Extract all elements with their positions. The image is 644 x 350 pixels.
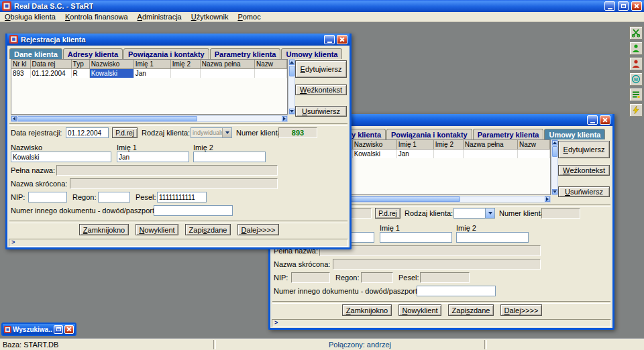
cell-nazw[interactable]	[254, 69, 286, 78]
imie1-field[interactable]	[380, 232, 452, 243]
column-header-nazwa-pelna[interactable]: Nazwa pełna	[200, 60, 254, 69]
column-header-imie1[interactable]: Imię 1	[133, 60, 170, 69]
menu-kontrola-finansowa[interactable]: Kontrola finansowa	[60, 12, 133, 21]
cell-nazwisko-selected[interactable]: Kowalski	[89, 69, 133, 78]
numer-dokumentu-field[interactable]	[417, 286, 496, 296]
regon-field[interactable]	[98, 192, 130, 202]
cell-nazw[interactable]	[517, 150, 549, 159]
main-titlebar[interactable]: Real Data S.C. - STaRT	[0, 0, 644, 12]
column-header-imie1[interactable]: Imię 1	[396, 140, 433, 150]
cell-imie1[interactable]: Jan	[133, 69, 170, 78]
cell-typ[interactable]: R	[71, 69, 89, 78]
data-rejestracji-field[interactable]	[66, 127, 109, 138]
tab-umowy-klienta[interactable]: Umowy klienta	[281, 48, 342, 59]
cell-imie2[interactable]	[433, 150, 463, 159]
cell-data-rej[interactable]: 01.12.2004	[30, 69, 71, 78]
nazwisko-field[interactable]	[11, 152, 111, 162]
column-header-nazwisko[interactable]: Nazwisko	[89, 60, 133, 69]
column-header-imie2[interactable]: Imię 2	[170, 60, 200, 69]
tab-powiazania-i-kontakty[interactable]: Powiązania i kontakty	[123, 48, 209, 59]
menu-obsluga-klienta[interactable]: Obsługa klienta	[0, 12, 60, 21]
info-tool-button[interactable]: M	[629, 72, 643, 86]
window-titlebar[interactable]: Rejestracja klienta	[7, 34, 350, 46]
scroll-up-arrow[interactable]	[289, 60, 294, 65]
chevron-down-icon[interactable]	[485, 209, 494, 218]
cell-imie1[interactable]: Jan	[396, 150, 433, 159]
scroll-right-arrow[interactable]	[545, 196, 550, 202]
scroll-left-arrow[interactable]	[11, 116, 17, 121]
scroll-right-arrow[interactable]	[282, 116, 287, 121]
imie1-field[interactable]	[117, 152, 189, 162]
tab-parametry-klienta[interactable]: Parametry klienta	[210, 48, 281, 59]
grid-row[interactable]: 893 01.12.2004 R Kowalski Jan	[11, 69, 287, 78]
close-button[interactable]	[64, 325, 74, 334]
tab-powiazania-i-kontakty[interactable]: Powiązania i kontakty	[386, 129, 472, 139]
vertical-scrollbar[interactable]	[551, 139, 558, 195]
vertical-scrollbar[interactable]	[288, 59, 295, 115]
minimize-button[interactable]	[604, 1, 615, 11]
menu-administracja[interactable]: Administracja	[133, 12, 186, 21]
horizontal-scrollbar[interactable]	[11, 115, 288, 122]
zapisz-dane-button[interactable]: Zapisz dane	[448, 304, 494, 316]
zapisz-dane-button[interactable]: Zapisz dane	[185, 224, 231, 235]
user-add-tool-button[interactable]	[629, 42, 643, 55]
zamknij-okno-button[interactable]: Zamknij okno	[342, 304, 392, 316]
energy-tool-button[interactable]	[629, 103, 643, 117]
window-wyszukiwanie-minimized[interactable]: Wyszukiwa...	[1, 323, 76, 336]
pdrej-button[interactable]: P.d.rej	[112, 127, 138, 138]
cell-imie2[interactable]	[170, 69, 200, 78]
edytuj-wiersz-button[interactable]: Edytuj wiersz	[295, 60, 347, 78]
pdrej-button[interactable]: P.d.rej	[375, 208, 400, 219]
pesel-field[interactable]	[157, 192, 207, 202]
scroll-down-arrow[interactable]	[289, 109, 294, 114]
column-header-imie2[interactable]: Imię 2	[433, 140, 463, 150]
tab-dane-klienta[interactable]: Dane klienta	[9, 48, 62, 59]
zamknij-okno-button[interactable]: Zamknij okno	[79, 224, 129, 235]
wez-kontekst-button[interactable]: Weź kontekst	[558, 165, 610, 176]
close-button[interactable]	[600, 115, 610, 125]
scroll-thumb[interactable]	[289, 66, 294, 76]
wez-kontekst-button[interactable]: Weź kontekst	[295, 84, 347, 95]
menu-uzytkownik[interactable]: Użytkownik	[186, 12, 233, 21]
column-header-typ[interactable]: Typ	[71, 60, 89, 69]
usun-wiersz-button[interactable]: Usuń wiersz	[295, 106, 347, 117]
nip-field[interactable]	[28, 192, 67, 202]
cut-tool-button[interactable]	[629, 26, 643, 40]
column-header-data-rej[interactable]: Data rej	[30, 60, 71, 69]
usun-wiersz-button[interactable]: Usuń wiersz	[558, 186, 610, 197]
edytuj-wiersz-button[interactable]: Edytuj wiersz	[558, 141, 610, 158]
column-header-nazwisko[interactable]: Nazwisko	[352, 140, 396, 150]
dalej-button[interactable]: Dalej >>>>	[237, 224, 279, 235]
cell-nazwa-pelna[interactable]	[200, 69, 254, 78]
minimize-button[interactable]	[324, 35, 335, 44]
cell-nazwa-pelna[interactable]	[463, 150, 517, 159]
column-header-nr-kl[interactable]: Nr kl	[11, 60, 30, 69]
column-header-nazw[interactable]: Nazw	[517, 140, 549, 150]
cell-nazwisko[interactable]: Kowalski	[352, 150, 396, 159]
nowy-klient-button[interactable]: Nowy klient	[136, 224, 178, 235]
user-remove-tool-button[interactable]	[629, 57, 643, 70]
scroll-thumb[interactable]	[552, 146, 557, 157]
list-tool-button[interactable]	[629, 88, 643, 101]
scroll-thumb[interactable]	[17, 116, 197, 121]
menu-pomoc[interactable]: Pomoc	[233, 12, 265, 21]
column-header-nazw[interactable]: Nazw	[254, 60, 286, 69]
tab-adresy-klienta[interactable]: Adresy klienta	[63, 48, 123, 59]
close-button[interactable]	[631, 1, 642, 11]
column-header-nazwa-pelna[interactable]: Nazwa pełna	[463, 140, 517, 150]
scroll-down-arrow[interactable]	[552, 189, 557, 194]
rodzaj-klienta-dropdown[interactable]	[453, 208, 495, 219]
numer-dokumentu-field[interactable]	[154, 205, 233, 216]
close-button[interactable]	[337, 35, 347, 44]
imie2-field[interactable]	[456, 232, 529, 243]
tab-umowy-klienta[interactable]: Umowy klienta	[544, 129, 605, 139]
tab-parametry-klienta[interactable]: Parametry klienta	[473, 129, 544, 139]
minimize-button[interactable]	[587, 115, 598, 125]
restore-button[interactable]	[54, 325, 63, 334]
nowy-klient-button[interactable]: Nowy klient	[398, 304, 441, 316]
scroll-up-arrow[interactable]	[552, 140, 557, 145]
dalej-button[interactable]: Dalej >>>>	[500, 304, 542, 316]
cell-nr-kl[interactable]: 893	[11, 69, 30, 78]
imie2-field[interactable]	[193, 152, 266, 162]
maximize-button[interactable]	[618, 1, 629, 11]
